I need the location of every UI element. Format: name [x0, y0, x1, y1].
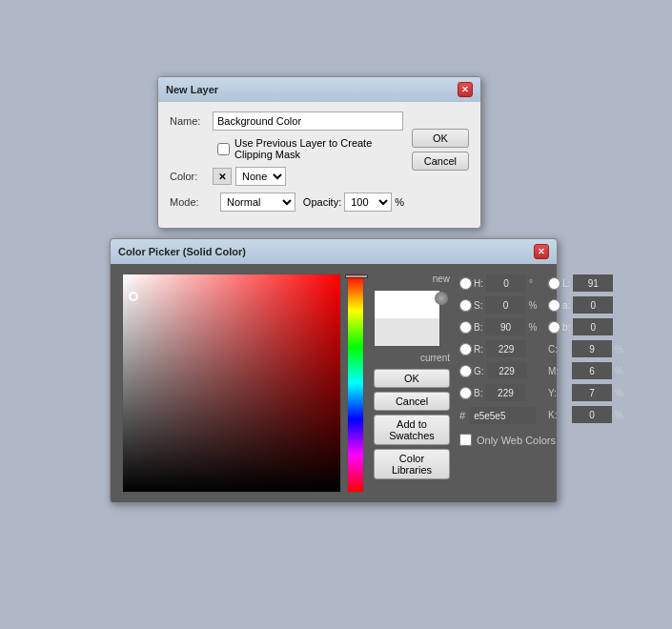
brightness-radio-label[interactable]: B: — [459, 321, 482, 334]
m-label: M: — [548, 366, 569, 376]
saturation-input[interactable] — [485, 296, 525, 314]
k-field-row: K: % — [548, 405, 624, 424]
lab-l-label: L: — [562, 278, 570, 289]
y-unit: % — [615, 388, 624, 398]
lab-l-input[interactable] — [573, 274, 613, 292]
green-field-row: G: — [459, 361, 539, 380]
clipping-mask-checkbox[interactable] — [217, 143, 230, 155]
color-picker-dialog: Color Picker (Solid Color) ✕ new — [110, 238, 558, 503]
mode-label: Mode: — [170, 196, 213, 208]
new-layer-title: New Layer — [166, 84, 218, 95]
green-radio-label[interactable]: G: — [459, 365, 484, 377]
hue-radio-label[interactable]: H: — [459, 277, 483, 290]
picker-btn-group: OK Cancel Add to Swatches Color Librarie… — [374, 369, 450, 479]
color-picker-close-button[interactable]: ✕ — [534, 244, 549, 259]
hue-slider[interactable] — [347, 274, 364, 493]
opacity-label: Opacity: — [303, 196, 341, 208]
hex-row: # — [459, 407, 539, 424]
saturation-label: S: — [474, 300, 482, 311]
right-field-col: L: a: — [548, 274, 624, 424]
hue-input[interactable] — [486, 274, 526, 292]
picker-right-section: H: ° S: % — [459, 274, 624, 493]
lab-a-radio-label[interactable]: a: — [548, 299, 570, 312]
color-swatch[interactable]: ✕ — [213, 168, 232, 185]
red-radio-label[interactable]: R: — [459, 343, 483, 355]
k-input[interactable] — [572, 406, 612, 423]
hex-label: # — [459, 410, 465, 421]
blue-radio[interactable] — [459, 387, 472, 399]
saturation-radio-label[interactable]: S: — [459, 299, 482, 312]
hue-label: H: — [474, 278, 483, 289]
blue-label: B: — [474, 388, 482, 398]
lab-b-input[interactable] — [573, 318, 613, 335]
only-web-colors-checkbox[interactable] — [459, 434, 472, 446]
blue-input[interactable] — [485, 384, 525, 401]
picker-left-section — [122, 274, 364, 493]
brightness-input[interactable] — [485, 318, 525, 335]
opacity-select[interactable]: 100 — [344, 193, 392, 212]
picker-middle-section: new current OK Cancel Add to Swatches Co… — [374, 274, 450, 493]
y-input[interactable] — [572, 384, 612, 401]
opacity-wrap: Opacity: 100 % — [303, 193, 404, 212]
brightness-radio[interactable] — [459, 321, 472, 334]
m-input[interactable] — [572, 362, 612, 379]
blue-field-row: B: — [459, 383, 539, 402]
red-input[interactable] — [486, 340, 526, 357]
mode-select[interactable]: Normal — [220, 193, 295, 212]
lab-l-radio-label[interactable]: L: — [548, 277, 570, 290]
swatch-label-area: new — [374, 274, 450, 284]
only-web-colors-label: Only Web Colors — [477, 435, 556, 446]
swatch-current-color — [375, 318, 439, 346]
black-gradient-layer — [123, 274, 340, 492]
k-unit: % — [615, 410, 624, 420]
name-input[interactable] — [213, 112, 403, 131]
opacity-unit: % — [395, 196, 404, 208]
new-layer-close-button[interactable]: ✕ — [458, 82, 473, 97]
red-label: R: — [474, 344, 483, 355]
hue-handle[interactable] — [345, 274, 368, 278]
new-layer-btn-group: OK Cancel — [412, 129, 469, 171]
mode-row: Mode: Normal Opacity: 100 % — [170, 193, 404, 212]
lab-b-field-row: b: — [548, 317, 624, 336]
red-radio[interactable] — [459, 343, 472, 355]
lab-b-radio-label[interactable]: b: — [548, 321, 570, 334]
color-select[interactable]: None — [235, 167, 286, 186]
color-picker-ok-button[interactable]: OK — [374, 369, 450, 388]
lab-a-input[interactable] — [573, 296, 613, 314]
brightness-unit: % — [528, 322, 538, 333]
swatch-settings-icon[interactable] — [435, 292, 448, 305]
saturation-handle[interactable] — [129, 292, 138, 301]
add-to-swatches-button[interactable]: Add to Swatches — [374, 415, 450, 445]
left-field-col: H: ° S: % — [459, 274, 539, 424]
saturation-radio[interactable] — [459, 299, 472, 312]
brightness-field-row: B: % — [459, 317, 539, 336]
saturation-unit: % — [528, 300, 538, 311]
lab-a-radio[interactable] — [548, 299, 560, 312]
lab-b-radio[interactable] — [548, 321, 560, 334]
lab-a-field-row: a: — [548, 295, 624, 314]
new-layer-cancel-button[interactable]: Cancel — [412, 152, 469, 171]
current-swatch-label: current — [420, 353, 450, 363]
color-select-wrap: ✕ None — [213, 167, 286, 186]
c-input[interactable] — [572, 340, 612, 357]
name-label: Name: — [170, 115, 213, 127]
hex-input[interactable] — [469, 407, 536, 424]
color-libraries-button[interactable]: Color Libraries — [374, 449, 450, 479]
color-label: Color: — [170, 171, 213, 182]
lab-l-radio[interactable] — [548, 277, 560, 290]
color-picker-body: new current OK Cancel Add to Swatches Co… — [111, 264, 557, 502]
color-picker-titlebar: Color Picker (Solid Color) ✕ — [111, 239, 557, 264]
k-label: K: — [548, 410, 569, 420]
fields-section: H: ° S: % — [459, 274, 624, 424]
clipping-mask-row: Use Previous Layer to Create Clipping Ma… — [170, 137, 404, 160]
color-picker-cancel-button[interactable]: Cancel — [374, 392, 450, 411]
green-input[interactable] — [487, 362, 527, 379]
y-field-row: Y: % — [548, 383, 624, 402]
hue-radio[interactable] — [459, 277, 472, 290]
hue-unit: ° — [529, 278, 539, 289]
green-radio[interactable] — [459, 365, 472, 377]
swatch-container — [374, 290, 450, 347]
saturation-box[interactable] — [122, 274, 341, 493]
blue-radio-label[interactable]: B: — [459, 387, 482, 399]
new-layer-ok-button[interactable]: OK — [412, 129, 469, 148]
